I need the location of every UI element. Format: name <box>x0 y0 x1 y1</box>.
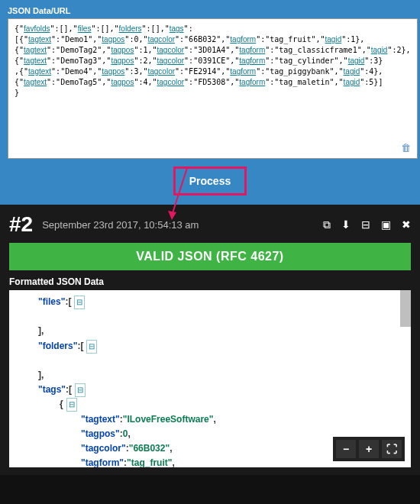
valid-json-bar: VALID JSON (RFC 4627) <box>9 243 411 270</box>
zoom-out-button[interactable]: − <box>336 440 356 458</box>
result-number: #2 <box>9 212 33 237</box>
json-input[interactable]: {"favfolds":[],"files":[],"folders":[],"… <box>8 19 417 158</box>
close-icon[interactable]: ✖ <box>402 218 411 231</box>
scrollbar-thumb[interactable] <box>400 290 411 327</box>
copy-icon[interactable]: ⧉ <box>323 218 331 231</box>
result-timestamp: September 23rd 2017, 10:54:13 am <box>42 219 314 231</box>
result-toolbar: ⧉ ⬇ ⊟ ▣ ✖ <box>323 218 411 231</box>
process-button[interactable]: Process <box>173 166 247 195</box>
image-icon[interactable]: ▣ <box>381 218 391 231</box>
formatted-label: Formatted JSON Data <box>9 276 411 287</box>
json-input-wrap: {"favfolds":[],"files":[],"folders":[],"… <box>8 18 418 159</box>
collapse-icon[interactable]: ⊟ <box>66 398 77 412</box>
zoom-controls: − + ⛶ <box>333 437 405 461</box>
input-section: JSON Data/URL {"favfolds":[],"files":[],… <box>0 0 420 205</box>
trash-icon[interactable]: 🗑 <box>401 142 411 153</box>
input-label: JSON Data/URL <box>8 6 412 15</box>
collapse-icon[interactable]: ⊟ <box>75 383 86 397</box>
formatted-code-panel[interactable]: "files":[⊟ ], "folders":[⊟ ], "tags":[⊟ … <box>9 290 411 467</box>
fullscreen-button[interactable]: ⛶ <box>382 440 402 458</box>
download-icon[interactable]: ⬇ <box>341 218 351 231</box>
result-section: #2 September 23rd 2017, 10:54:13 am ⧉ ⬇ … <box>0 205 420 475</box>
zoom-in-button[interactable]: + <box>359 440 379 458</box>
collapse-icon[interactable]: ⊟ <box>86 340 97 354</box>
minimize-icon[interactable]: ⊟ <box>361 218 370 231</box>
collapse-icon[interactable]: ⊟ <box>74 296 85 309</box>
